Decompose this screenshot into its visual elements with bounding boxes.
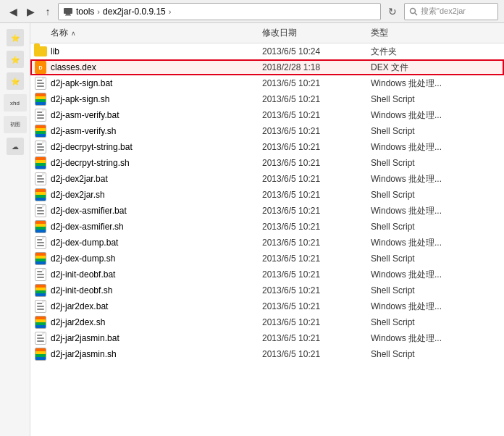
file-type: Windows 批处理... — [371, 141, 504, 154]
search-box[interactable]: 搜索"dex2jar — [404, 3, 498, 20]
up-button[interactable]: ↑ — [41, 4, 55, 19]
file-date: 2013/6/5 10:21 — [262, 126, 371, 136]
file-list: lib2013/6/5 10:24文件夹Dclasses.dex2018/2/2… — [30, 43, 504, 436]
forward-button[interactable]: ▶ — [23, 4, 38, 19]
col-type-header[interactable]: 类型 — [371, 27, 504, 39]
file-type: Windows 批处理... — [371, 109, 504, 122]
breadcrumb-dex2jar[interactable]: dex2jar-0.0.9.15 — [103, 7, 166, 17]
table-row[interactable]: d2j-dex2jar.bat2013/6/5 10:21Windows 批处理… — [30, 171, 504, 187]
file-name: d2j-dex2jar.sh — [51, 190, 262, 200]
svg-rect-1 — [66, 14, 70, 15]
table-row[interactable]: d2j-asm-verify.sh2013/6/5 10:21Shell Scr… — [30, 123, 504, 139]
breadcrumb-tools[interactable]: tools — [76, 7, 94, 17]
file-date: 2013/6/5 10:21 — [262, 190, 371, 200]
sidebar-item-cloud[interactable]: ☁ — [7, 138, 24, 155]
file-type: Shell Script — [371, 317, 504, 327]
file-date: 2013/6/5 10:21 — [262, 142, 371, 152]
file-date: 2013/6/5 10:21 — [262, 285, 371, 295]
file-date: 2018/2/28 1:18 — [262, 62, 371, 72]
file-date: 2013/6/5 10:21 — [262, 238, 371, 248]
file-type: Shell Script — [371, 222, 504, 232]
file-name: d2j-jar2jasmin.bat — [51, 333, 262, 343]
file-type: Shell Script — [371, 94, 504, 104]
file-date: 2013/6/5 10:21 — [262, 206, 371, 216]
table-row[interactable]: d2j-dex2jar.sh2013/6/5 10:21Shell Script — [30, 187, 504, 203]
col-date-header[interactable]: 修改日期 — [262, 27, 371, 39]
file-type: Windows 批处理... — [371, 301, 504, 313]
table-row[interactable]: d2j-apk-sign.bat2013/6/5 10:21Windows 批处… — [30, 75, 504, 91]
table-row[interactable]: d2j-jar2jasmin.bat2013/6/5 10:21Windows … — [30, 330, 504, 346]
file-icon — [30, 46, 51, 56]
table-row[interactable]: d2j-init-deobf.sh2013/6/5 10:21Shell Scr… — [30, 282, 504, 298]
back-button[interactable]: ◀ — [6, 4, 20, 19]
file-type: Shell Script — [371, 253, 504, 264]
file-name: d2j-dex-asmifier.bat — [51, 206, 262, 216]
table-row[interactable]: d2j-dex-asmifier.bat2013/6/5 10:21Window… — [30, 203, 504, 219]
file-name: d2j-dex-dump.sh — [51, 253, 262, 264]
file-type: 文件夹 — [371, 46, 504, 58]
file-name: classes.dex — [51, 62, 262, 72]
table-row[interactable]: d2j-apk-sign.sh2013/6/5 10:21Shell Scrip… — [30, 91, 504, 107]
table-row[interactable]: d2j-dex-asmifier.sh2013/6/5 10:21Shell S… — [30, 219, 504, 235]
sidebar-item-xhd[interactable]: xhd — [4, 94, 27, 112]
file-icon — [30, 172, 51, 185]
file-icon — [30, 220, 51, 233]
column-headers: 名称 ∧ 修改日期 类型 — [30, 23, 504, 43]
svg-rect-2 — [65, 14, 71, 15]
file-date: 2013/6/5 10:21 — [262, 301, 371, 311]
file-icon — [30, 332, 51, 345]
search-placeholder: 搜索"dex2jar — [421, 6, 466, 17]
file-icon — [30, 125, 51, 138]
file-type: Windows 批处理... — [371, 205, 504, 217]
file-name: d2j-apk-sign.sh — [51, 94, 262, 104]
file-date: 2013/6/5 10:21 — [262, 269, 371, 280]
file-icon — [30, 236, 51, 249]
address-bar: tools › dex2jar-0.0.9.15 › — [58, 3, 381, 20]
file-date: 2013/6/5 10:21 — [262, 94, 371, 104]
file-icon — [30, 141, 51, 154]
file-type: Shell Script — [371, 285, 504, 295]
file-name: d2j-jar2dex.bat — [51, 301, 262, 311]
file-area: 名称 ∧ 修改日期 类型 lib2013/6/5 10:24文件夹Dclasse… — [30, 23, 504, 436]
sidebar-item-3[interactable]: ⭐ — [7, 72, 24, 90]
file-name: d2j-init-deobf.bat — [51, 269, 262, 280]
file-icon — [30, 316, 51, 329]
sidebar-item-1[interactable]: ⭐ — [7, 29, 24, 46]
file-icon — [30, 204, 51, 217]
table-row[interactable]: d2j-dex-dump.bat2013/6/5 10:21Windows 批处… — [30, 235, 504, 251]
file-type: DEX 文件 — [371, 62, 504, 74]
svg-rect-0 — [64, 8, 72, 14]
file-date: 2013/6/5 10:21 — [262, 222, 371, 232]
table-row[interactable]: d2j-jar2dex.sh2013/6/5 10:21Shell Script — [30, 314, 504, 330]
file-type: Windows 批处理... — [371, 77, 504, 90]
file-icon — [30, 93, 51, 106]
file-icon — [30, 109, 51, 122]
file-icon — [30, 77, 51, 90]
file-name: d2j-dex-asmifier.sh — [51, 222, 262, 232]
file-name: d2j-decrpyt-string.sh — [51, 158, 262, 168]
file-type: Shell Script — [371, 190, 504, 200]
sort-arrow-icon: ∧ — [71, 30, 76, 37]
computer-icon — [63, 7, 73, 17]
col-name-header[interactable]: 名称 ∧ — [30, 27, 262, 39]
file-type: Shell Script — [371, 349, 504, 359]
file-date: 2013/6/5 10:24 — [262, 46, 371, 56]
file-type: Windows 批处理... — [371, 332, 504, 345]
sidebar-item-2[interactable]: ⭐ — [7, 51, 24, 68]
table-row[interactable]: d2j-decrpyt-string.sh2013/6/5 10:21Shell… — [30, 155, 504, 171]
table-row[interactable]: d2j-jar2dex.bat2013/6/5 10:21Windows 批处理… — [30, 298, 504, 314]
table-row[interactable]: d2j-decrpyt-string.bat2013/6/5 10:21Wind… — [30, 139, 504, 155]
table-row[interactable]: d2j-jar2jasmin.sh2013/6/5 10:21Shell Scr… — [30, 346, 504, 362]
file-name: d2j-jar2dex.sh — [51, 317, 262, 327]
table-row[interactable]: d2j-init-deobf.bat2013/6/5 10:21Windows … — [30, 267, 504, 282]
table-row[interactable]: d2j-asm-verify.bat2013/6/5 10:21Windows … — [30, 107, 504, 123]
table-row[interactable]: d2j-dex-dump.sh2013/6/5 10:21Shell Scrip… — [30, 251, 504, 267]
file-icon — [30, 284, 51, 297]
file-date: 2013/6/5 10:21 — [262, 317, 371, 327]
refresh-button[interactable]: ↻ — [384, 3, 401, 20]
file-icon — [30, 188, 51, 201]
sidebar-item-img[interactable]: 初图 — [4, 116, 27, 133]
svg-point-3 — [411, 8, 416, 13]
table-row[interactable]: Dclasses.dex2018/2/28 1:18DEX 文件 — [30, 59, 504, 75]
table-row[interactable]: lib2013/6/5 10:24文件夹 — [30, 43, 504, 59]
